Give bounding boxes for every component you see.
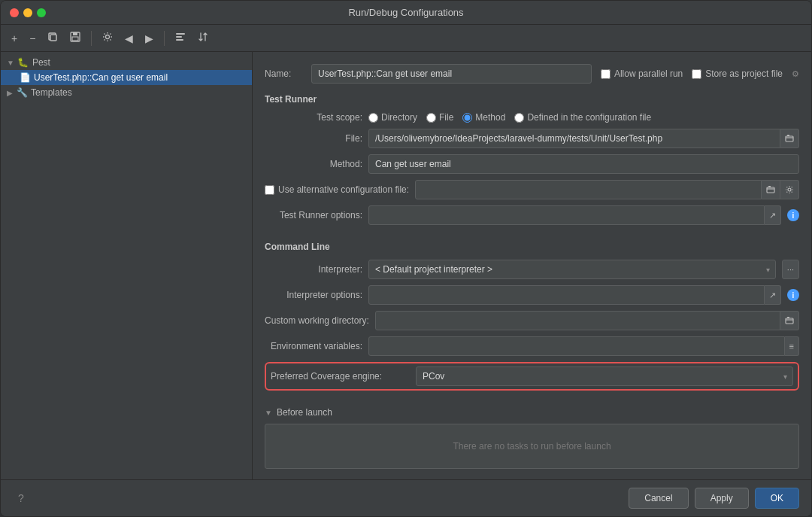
settings-button[interactable] [98, 29, 117, 47]
before-launch-header: ▼ Before launch [265, 407, 799, 418]
move-to-button[interactable] [171, 29, 190, 47]
test-runner-header: Test Runner [265, 94, 799, 105]
back-button[interactable]: ◀ [120, 29, 138, 47]
before-launch-section: ▼ Before launch There are no tasks to ru… [265, 407, 799, 469]
file-label: File: [265, 133, 362, 144]
copy-button[interactable] [43, 29, 62, 47]
before-launch-empty-text: There are no tasks to run before launch [453, 441, 611, 452]
coverage-engine-select-wrapper: PCov Xdebug None [416, 366, 793, 386]
allow-parallel-checkbox[interactable] [601, 69, 611, 79]
save-button[interactable] [65, 29, 85, 47]
tree-arrow-pest: ▼ [7, 59, 14, 67]
apply-button[interactable]: Apply [695, 488, 749, 509]
store-project-checkbox[interactable] [692, 69, 701, 79]
alt-config-row: Use alternative configuration file: [265, 180, 799, 199]
alt-config-input[interactable] [415, 180, 762, 199]
test-runner-options-row: Test Runner options: ↗ i [265, 205, 799, 225]
svg-rect-11 [767, 187, 774, 193]
interpreter-more-button[interactable]: ··· [782, 260, 799, 279]
footer-left: ? [13, 490, 29, 506]
working-dir-input[interactable] [375, 311, 780, 330]
scope-directory-radio[interactable] [368, 113, 378, 123]
scope-directory-label[interactable]: Directory [368, 112, 417, 123]
file-input[interactable] [368, 129, 780, 148]
forward-button[interactable]: ▶ [141, 29, 158, 47]
test-scope-row: Test scope: Directory File Method [265, 112, 799, 123]
test-runner-info-button[interactable]: i [787, 209, 799, 221]
interpreter-options-info-button[interactable]: i [787, 289, 799, 301]
toolbar: + − ◀ ▶ [1, 25, 811, 52]
method-label: Method: [265, 159, 362, 169]
svg-rect-9 [786, 136, 793, 141]
test-runner-options-input[interactable] [368, 205, 765, 225]
cancel-button[interactable]: Cancel [629, 488, 688, 509]
maximize-button[interactable] [37, 8, 46, 17]
working-dir-browse-button[interactable] [780, 311, 799, 330]
scope-method-label[interactable]: Method [462, 112, 505, 123]
store-project-checkbox-label: Store as project file [692, 68, 783, 79]
scope-file-radio[interactable] [426, 113, 436, 123]
name-input[interactable] [311, 64, 592, 84]
scope-config-label[interactable]: Defined in the configuration file [514, 112, 651, 123]
env-vars-browse-button[interactable]: ≡ [785, 336, 799, 356]
svg-rect-1 [50, 35, 56, 41]
sidebar-item-templates[interactable]: ▶ 🔧 Templates [1, 85, 252, 100]
coverage-engine-select[interactable]: PCov Xdebug None [416, 366, 793, 386]
remove-button[interactable]: − [25, 29, 40, 47]
method-row: Method: [265, 154, 799, 174]
allow-parallel-checkbox-label: Allow parallel run [601, 68, 683, 79]
add-button[interactable]: + [7, 29, 22, 47]
env-vars-input[interactable] [368, 336, 785, 356]
content-area: ▼ 🐛 Pest 📄 UserTest.php::Can get user em… [1, 52, 811, 479]
svg-rect-7 [176, 36, 182, 38]
interpreter-select-wrapper: < Default project interpreter > [368, 260, 776, 279]
command-line-section: Command Line Interpreter: < Default proj… [265, 242, 799, 397]
svg-rect-10 [787, 135, 789, 136]
toolbar-separator-2 [164, 31, 165, 46]
interpreter-label: Interpreter: [265, 264, 362, 275]
help-button[interactable]: ? [13, 490, 29, 506]
interpreter-options-input[interactable] [368, 285, 765, 305]
close-button[interactable] [10, 8, 19, 17]
command-line-header: Command Line [265, 242, 799, 252]
scope-config-radio[interactable] [514, 113, 524, 123]
scope-file-label[interactable]: File [426, 112, 453, 123]
ok-button[interactable]: OK [755, 488, 799, 509]
sort-button[interactable] [193, 29, 213, 47]
footer: ? Cancel Apply OK [1, 479, 811, 516]
traffic-lights [10, 8, 46, 17]
svg-rect-8 [176, 39, 183, 41]
test-scope-radio-group: Directory File Method Defined in th [368, 112, 651, 123]
svg-rect-12 [768, 186, 771, 187]
minimize-button[interactable] [23, 8, 32, 17]
coverage-engine-label: Preferred Coverage engine: [271, 371, 410, 382]
method-input[interactable] [368, 154, 799, 174]
file-browse-button[interactable] [780, 129, 799, 148]
sidebar-item-pest[interactable]: ▼ 🐛 Pest [1, 55, 252, 70]
test-runner-section: Test Runner Test scope: Directory File [265, 94, 799, 231]
main-panel: Name: Allow parallel run Store as projec… [253, 52, 811, 479]
alt-config-checkbox[interactable] [265, 185, 274, 195]
interpreter-options-expand-button[interactable]: ↗ [765, 285, 781, 305]
sidebar-item-usertest[interactable]: 📄 UserTest.php::Can get user email [1, 70, 252, 85]
title-bar: Run/Debug Configurations [1, 1, 811, 25]
scope-method-radio[interactable] [462, 113, 472, 123]
before-launch-arrow: ▼ [265, 409, 272, 417]
sidebar: ▼ 🐛 Pest 📄 UserTest.php::Can get user em… [1, 52, 253, 479]
test-runner-expand-button[interactable]: ↗ [765, 205, 781, 225]
window-title: Run/Debug Configurations [348, 7, 463, 18]
templates-icon: 🔧 [16, 87, 28, 98]
env-vars-label: Environment variables: [265, 341, 362, 351]
svg-rect-14 [786, 318, 793, 324]
toolbar-separator-1 [91, 31, 92, 46]
file-row: File: [265, 129, 799, 148]
working-dir-group [375, 311, 799, 330]
env-vars-row: Environment variables: ≡ [265, 336, 799, 356]
interpreter-select[interactable]: < Default project interpreter > [368, 260, 776, 279]
alt-config-checkbox-label: Use alternative configuration file: [265, 184, 409, 195]
alt-config-browse-button[interactable] [762, 180, 780, 199]
alt-config-settings-button[interactable] [780, 180, 799, 199]
working-dir-label: Custom working directory: [265, 315, 369, 326]
svg-rect-15 [787, 317, 789, 318]
pest-icon: 🐛 [17, 57, 29, 68]
